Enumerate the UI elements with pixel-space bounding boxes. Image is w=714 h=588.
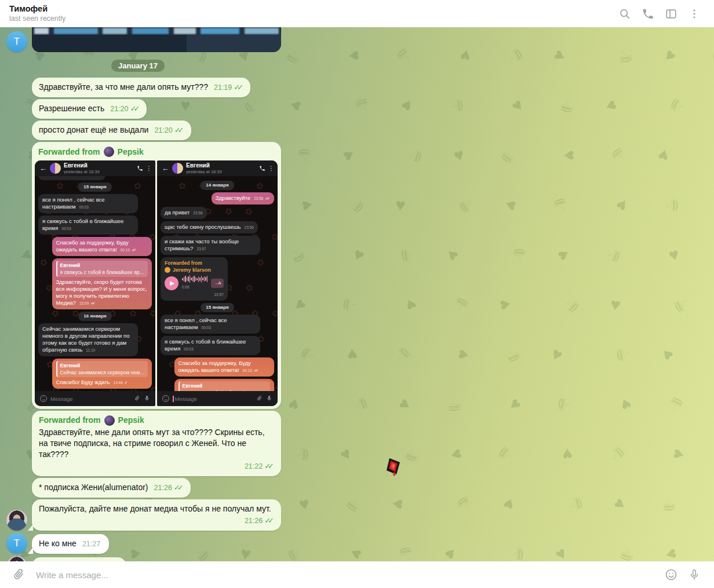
back-arrow-icon: ←: [162, 164, 169, 173]
avatar-timofey[interactable]: T: [6, 533, 27, 554]
attach-icon[interactable]: [7, 563, 30, 586]
forwarded-header[interactable]: Forwarded from Pepsik: [39, 415, 274, 427]
voice-forward-sender: Jeremy klarson: [173, 266, 211, 273]
phone-date-divider: 16 января: [78, 312, 111, 321]
phone-emoji-icon: [162, 395, 169, 402]
phone-menu-icon: ⋮: [268, 167, 273, 170]
screenshot-photo-right[interactable]: ← Евгений yesterday at 18:39 ⋮: [157, 160, 278, 406]
message-bubble[interactable]: Здравствуйте, за что мне дали опять мут?…: [32, 78, 250, 97]
phone-contact-status: yesterday at 18:39: [64, 170, 134, 174]
phone-attach-icon: [134, 393, 140, 404]
phone-date-divider: 15 января: [201, 303, 234, 312]
avatar-user-photo[interactable]: [6, 510, 27, 531]
phone-message: Евгенийя свяжусь с тобой в ближайшее вре…: [52, 258, 152, 309]
message-time: 21:19: [214, 83, 232, 92]
phone-message: и скажи как часто ты вообще стримишь?23:…: [161, 236, 260, 255]
message-bubble[interactable]: Разрешение есть21:20✓✓: [32, 99, 147, 119]
microphone-icon[interactable]: [683, 563, 706, 586]
chat-header[interactable]: Тимофей last seen recently: [0, 0, 714, 27]
phone-message: Спасибо за поддержку, Буду ожидать вашег…: [52, 237, 152, 256]
text-caret: [173, 396, 174, 402]
message-bubble[interactable]: Пожалуйста, дайте мне донат медиа чтобы …: [32, 499, 281, 531]
telegram-window: Тимофей last seen recently ♥☕♥☕♥☕♥☕♥☕♥: [0, 0, 714, 588]
message-row: T Не ко мне21:27: [6, 533, 325, 554]
message-text: Пожалуйста, дайте мне донат медиа чтобы …: [39, 504, 271, 513]
screenshot-photo-left[interactable]: ← Евгений yesterday at 18:39 ⋮: [35, 160, 155, 406]
forwarded-media-bubble: Forwarded from Pepsik ← Евгений: [32, 142, 281, 409]
message-row: А к кому???21:33✓✓: [6, 556, 325, 561]
voice-time: 23:57: [42, 176, 101, 178]
message-row-forwarded-text: Forwarded from Pepsik Здравствуйте, мне …: [6, 411, 325, 476]
phone-attach-icon: [256, 393, 263, 404]
chat-header-titles: Тимофей last seen recently: [9, 4, 65, 23]
phone-emoji-icon: [40, 395, 47, 402]
forwarded-header[interactable]: Forwarded from Pepsik: [35, 145, 278, 160]
call-icon[interactable]: [636, 2, 660, 25]
message-bubble[interactable]: Не ко мне21:27: [32, 534, 109, 554]
message-input[interactable]: [30, 570, 660, 580]
emoji-icon[interactable]: [660, 563, 683, 586]
pepsik-avatar: [104, 147, 114, 157]
message-text: Не ко мне: [39, 539, 76, 548]
evgeniy-avatar: [172, 163, 183, 174]
message-time: 21:22: [245, 462, 263, 470]
back-arrow-icon: ←: [39, 164, 47, 173]
phone-message: все я понял , сейчас все настраиваем00:0…: [38, 194, 138, 213]
forwarded-sender: Pepsik: [118, 415, 144, 426]
message-row: Разрешение есть21:20✓✓: [6, 99, 325, 119]
phone-chat-body: ✿✿✿✿✿✿✿✿✿✿✿✿✿✿✿✿✿✿✿✿✿✿✿✿✿✿✿✿✿✿✿✿✿✿✿✿✿✿✿✿…: [35, 176, 155, 391]
sidebar-toggle-icon[interactable]: [660, 2, 683, 25]
phone-message: да привет23:56: [161, 207, 207, 219]
phone-message: Спасибо за поддержку, Буду ожидать вашег…: [174, 357, 274, 377]
read-checks-icon: ✓✓: [174, 126, 184, 134]
phone-checks-icon: ✓✓: [132, 248, 137, 252]
message-time: 21:20: [154, 126, 172, 134]
phone-input-bar: Message: [157, 391, 278, 406]
phone-input-bar: Message: [35, 391, 155, 406]
phone-message-placeholder: Message: [173, 396, 253, 402]
read-checks-icon: ✓✓: [130, 104, 140, 113]
phone-call-icon: [259, 163, 265, 174]
phone-mic-icon: [266, 393, 272, 404]
voice-message: Jeremy klarson ▶ 0:00 →A 23:57: [38, 176, 105, 180]
cropped-screenshot-image[interactable]: [32, 27, 281, 52]
phone-message: Евгенийя свяжусь с тобой в ближайшее вре…: [174, 379, 274, 391]
phone-chat-body: ✿✿✿✿✿✿✿✿✿✿✿✿✿✿✿✿✿✿✿✿✿✿✿✿✿✿✿✿✿✿✿✿✿✿✿✿✿✿✿✿…: [157, 176, 278, 391]
date-divider[interactable]: January 17: [111, 60, 165, 72]
phone-message: ЕвгенийСейчас занимаемся сервером немног…: [52, 359, 152, 389]
phone-mic-icon: [144, 393, 150, 404]
voice-forward-label: Forwarded from: [165, 260, 202, 266]
phone-call-icon: [137, 163, 143, 174]
phone-checks-icon: ✓✓: [265, 196, 270, 200]
message-bubble[interactable]: * подписка Жени(alumenator)21:26✓✓: [32, 478, 191, 498]
message-text: Разрешение есть: [39, 104, 104, 113]
message-bubble[interactable]: Forwarded from Pepsik Здравствуйте, мне …: [32, 411, 281, 476]
reply-quote: Евгенийя свяжусь с тобой в ближайшее вре…: [56, 261, 148, 277]
phone-contact-name: Евгений: [64, 163, 134, 169]
message-time: 21:20: [110, 105, 128, 113]
phone-header: ← Евгений yesterday at 18:39 ⋮: [157, 160, 278, 176]
voice-time: 23:57: [165, 291, 224, 298]
phone-message: щас тебе скину прослушаешь23:56: [161, 221, 258, 233]
message-row: * подписка Жени(alumenator)21:26✓✓: [6, 478, 325, 498]
chat-title: Тимофей: [9, 4, 65, 14]
message-text: Здравствуйте, за что мне дали опять мут?…: [39, 82, 208, 92]
custom-cursor-icon: [385, 457, 401, 479]
message-text: просто донат ещё не выдали: [39, 125, 148, 134]
chat-area: ♥☕♥☕♥☕♥☕♥☕♥☕♥☕♥☕♥☕♥☕♥☕♥☕♥☕♥☕♥☕♥☕♥☕♥☕♥☕♥☕…: [0, 27, 714, 561]
message-row-forwarded-media: Forwarded from Pepsik ← Евгений: [6, 142, 325, 409]
message-bubble[interactable]: просто донат ещё не выдали21:20✓✓: [32, 120, 191, 140]
message-time: 21:27: [82, 540, 100, 548]
message-bubble[interactable]: А к кому???21:33✓✓: [32, 557, 126, 561]
message-row-cropped-image: T: [6, 27, 325, 52]
avatar-user-photo[interactable]: [6, 556, 27, 561]
composer-bar: [0, 561, 714, 588]
jeremy-avatar: [165, 267, 170, 273]
menu-kebab-icon[interactable]: [683, 2, 706, 25]
avatar-timofey[interactable]: T: [6, 31, 27, 52]
phone-message-placeholder: Message: [50, 396, 130, 402]
phone-header: ← Евгений yesterday at 18:39 ⋮: [35, 160, 155, 176]
read-checks-icon: ✓✓: [234, 83, 243, 92]
search-icon[interactable]: [613, 2, 636, 25]
message-time: 21:26: [245, 517, 263, 525]
